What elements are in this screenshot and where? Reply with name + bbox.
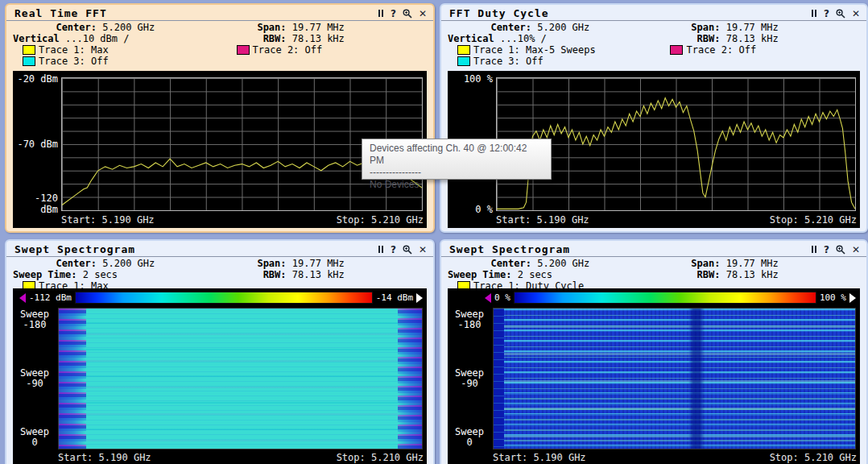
y-axis-top-label: 100 % [448,73,493,85]
trace1-swatch [457,45,470,55]
trace3-label: Trace 3: Off [39,56,109,67]
pause-icon[interactable] [378,245,384,255]
tooltip-separator: ---------------- [370,167,544,179]
color-scale-gradient [75,292,373,304]
span-label: Span: [237,258,287,269]
close-icon[interactable]: ✕ [419,245,427,255]
scale-max-arrow-icon[interactable] [416,293,423,303]
spectrogram-chart[interactable]: -112 dBm -14 dBm Sweep-180 Sweep-90 Swee… [13,288,427,464]
sweep-axis: Sweep-180 Sweep-90 Sweep0 [13,308,56,450]
vertical-value: ...10% / [494,33,547,44]
scale-min-arrow-icon[interactable] [485,293,491,303]
span-label: Span: [670,258,720,269]
trace3-swatch [457,56,470,66]
pause-icon[interactable] [378,9,384,19]
rbw-value: 78.13 kHz [726,33,779,44]
rbw-value: 78.13 kHz [726,269,779,280]
panel-swept-spectrogram-duty: Swept Spectrogram ? ✕ Center: 5.200 GHz … [440,239,868,464]
span-value: 19.77 MHz [726,258,779,269]
vertical-label: Vertical [448,33,494,44]
x-axis-stop-label: Stop: 5.210 GHz [770,452,857,463]
x-axis-start-label: Start: 5.190 GHz [493,452,586,463]
band-edge-noise-left [59,309,86,449]
band-edge-noise-right [398,309,422,449]
x-axis-stop-label: Stop: 5.210 GHz [770,214,857,226]
help-icon[interactable]: ? [824,245,829,255]
pause-icon[interactable] [811,9,817,19]
sweep-time-label: Sweep Time: [448,269,511,280]
panel-title: Swept Spectrogram [14,243,135,255]
band-edge-dark-left [494,309,504,449]
rbw-label: RBW: [670,33,720,44]
center-value: 5.200 GHz [102,22,155,33]
panel-info: Center: 5.200 GHz Span: 19.77 MHz Vertic… [441,21,866,67]
color-scale-gradient [514,292,816,304]
y-axis-bottom-label: 0 % [448,204,493,215]
trace3-label: Trace 3: Off [473,56,544,67]
panel-info: Center: 5.200 GHz Span: 19.77 MHz Sweep … [6,257,433,292]
color-scale[interactable]: 0 % 100 % [485,292,856,304]
panel-title-bar: Swept Spectrogram ? ✕ [441,241,866,257]
help-icon[interactable]: ? [391,245,396,255]
x-axis-start-label: Start: 5.190 GHz [61,214,155,226]
close-icon[interactable]: ✕ [419,9,427,19]
tooltip-title: Devices affecting Ch. 40 @ 12:00:42 PM [370,143,544,167]
spectrogram-image[interactable] [493,308,856,450]
close-icon[interactable]: ✕ [852,245,860,255]
pause-icon[interactable] [811,245,817,255]
center-label: Center: [448,22,531,33]
close-icon[interactable]: ✕ [852,9,860,19]
center-label: Center: [13,258,97,269]
y-axis-bottom-label: -120 dBm [13,193,58,215]
window-controls: ? ✕ [378,9,427,19]
window-controls: ? ✕ [378,245,427,255]
panel-real-time-fft: Real Time FFT ? ✕ Center: 5.200 GHz Span… [5,3,435,233]
center-value: 5.200 GHz [537,22,589,33]
panel-fft-duty-cycle: FFT Duty Cycle ? ✕ Center: 5.200 GHz Spa… [440,3,868,233]
rbw-label: RBW: [237,33,287,44]
window-controls: ? ✕ [811,245,860,255]
devices-tooltip: Devices affecting Ch. 40 @ 12:00:42 PM -… [362,139,552,180]
zoom-in-icon[interactable] [836,245,845,255]
spectrogram-image[interactable] [58,308,423,450]
panel-info: Center: 5.200 GHz Span: 19.77 MHz Vertic… [6,21,433,67]
tooltip-body: No Devices [370,179,544,191]
center-label: Center: [448,258,531,269]
scale-max-arrow-icon[interactable] [849,293,856,303]
center-label: Center: [13,22,97,33]
x-axis-stop-label: Stop: 5.210 GHz [337,452,424,463]
rbw-value: 78.13 kHz [292,269,345,280]
panel-title-bar: FFT Duty Cycle ? ✕ [441,5,866,21]
spectrogram-chart[interactable]: 0 % 100 % Sweep-180 Sweep-90 Sweep0 Star… [448,288,860,464]
span-value: 19.77 MHz [292,22,345,33]
rbw-value: 78.13 kHz [292,33,345,44]
trace1-label: Trace 1: Max [39,44,109,56]
help-icon[interactable]: ? [824,9,829,19]
scale-min-label: 0 % [494,292,510,303]
color-scale[interactable]: -112 dBm -14 dBm [19,292,423,304]
zoom-in-icon[interactable] [836,9,845,19]
scale-min-label: -112 dBm [29,292,72,303]
scale-max-label: -14 dBm [376,292,413,303]
scale-max-label: 100 % [820,292,846,303]
sweep-time-value: 2 secs [518,269,552,280]
window-controls: ? ✕ [811,9,860,19]
zoom-in-icon[interactable] [403,9,412,19]
panel-title: FFT Duty Cycle [449,7,549,19]
trace2-label: Trace 2: Off [253,44,323,56]
zoom-in-icon[interactable] [403,245,412,255]
center-value: 5.200 GHz [537,258,589,269]
help-icon[interactable]: ? [391,9,396,19]
rbw-label: RBW: [670,269,720,280]
span-value: 19.77 MHz [726,22,779,33]
vertical-label: Vertical [13,33,60,44]
panel-title: Swept Spectrogram [449,243,570,255]
scale-min-arrow-icon[interactable] [19,293,26,303]
rbw-label: RBW: [237,269,287,280]
panel-title-bar: Swept Spectrogram ? ✕ [6,241,433,257]
sweep-axis: Sweep-180 Sweep-90 Sweep0 [448,308,491,450]
span-value: 19.77 MHz [292,258,345,269]
x-axis-start-label: Start: 5.190 GHz [496,214,589,226]
panel-title-bar: Real Time FFT ? ✕ [6,5,433,21]
panel-info: Center: 5.200 GHz Span: 19.77 MHz Sweep … [441,257,866,292]
